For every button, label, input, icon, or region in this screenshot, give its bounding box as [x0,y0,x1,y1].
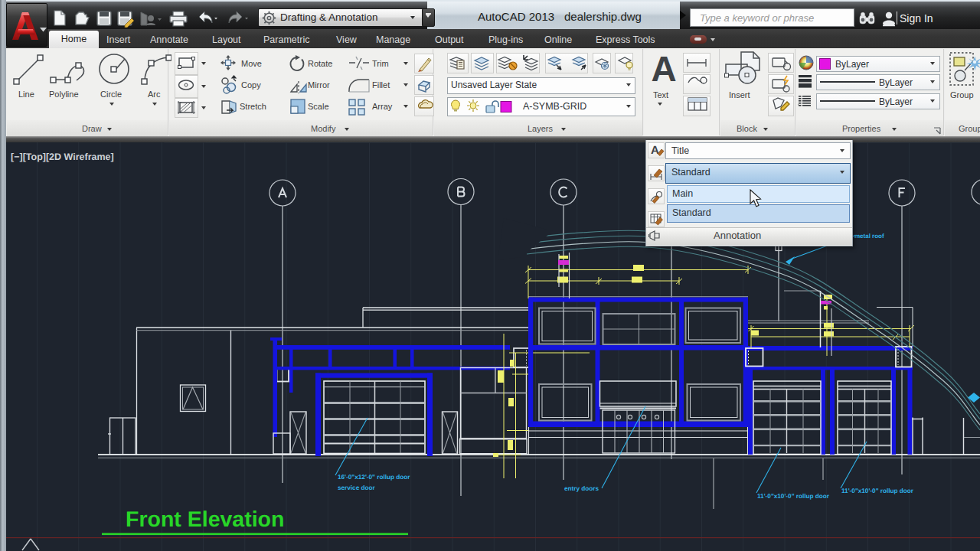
svg-text:A: A [651,144,659,157]
svg-text:11'-0"x10'-0" rollup door: 11'-0"x10'-0" rollup door [757,493,830,500]
svg-text:11'-0"x10'-0" rollup door: 11'-0"x10'-0" rollup door [841,487,914,494]
svg-text:entry doors: entry doors [564,485,599,492]
svg-text:metal roof: metal roof [854,233,884,240]
svg-text:16'-0"x12'-0" rollup door: 16'-0"x12'-0" rollup door [338,474,410,481]
svg-text:service door: service door [338,484,376,491]
svg-text:[−][Top][2D Wireframe]: [−][Top][2D Wireframe] [11,152,114,162]
svg-text:Front Elevation: Front Elevation [126,507,284,532]
